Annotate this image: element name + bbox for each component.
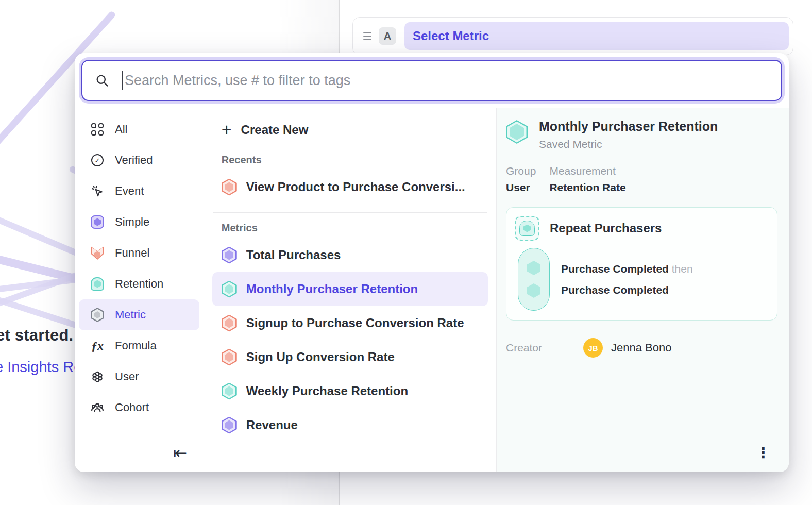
step-connector: then [672, 263, 693, 275]
metric-item-signup-to-purchase-conversion-rate[interactable]: Signup to Purchase Conversion Rate [212, 306, 488, 340]
collapse-sidebar-button[interactable]: ⇤ [173, 445, 187, 461]
sidebar-item-simple[interactable]: Simple [79, 207, 199, 238]
recent-item[interactable]: View Product to Purchase Conversi... [212, 170, 488, 204]
sidebar-item-retention[interactable]: Retention [79, 268, 199, 299]
measurement-meta: Measurement Retention Rate [549, 165, 625, 194]
search-wrap [75, 53, 789, 101]
formula-icon: ƒx [90, 339, 105, 353]
search-box[interactable] [81, 60, 782, 101]
sidebar-item-user[interactable]: User [79, 361, 199, 392]
simple-insight-icon [90, 215, 105, 229]
plus-icon: + [222, 121, 232, 138]
event-sequence-capsule-icon [518, 248, 550, 311]
metric-icon [222, 417, 237, 434]
page: et started. e Insights Re A Select Metri… [0, 0, 812, 505]
sidebar-item-event[interactable]: Event [79, 176, 199, 207]
preview-footer: ⋮ [497, 433, 789, 472]
user-cluster-icon [90, 369, 105, 384]
create-new-button[interactable]: + Create New [212, 115, 488, 145]
definition-header: Repeat Purchasers [515, 216, 769, 241]
metric-item-total-purchases[interactable]: Total Purchases [212, 238, 488, 272]
definition-card: Repeat Purchasers Purchase Completed the… [506, 207, 777, 321]
metric-picker-modal: All ✓ Verified Event [75, 53, 789, 472]
step-1-event: Purchase Completed [561, 263, 669, 275]
sidebar-item-metric[interactable]: Metric [79, 299, 199, 330]
preview-subtitle: Saved Metric [539, 138, 718, 150]
definition-body: Purchase Completed then Purchase Complet… [515, 248, 769, 311]
more-options-button[interactable]: ⋮ [756, 444, 770, 461]
category-sidebar: All ✓ Verified Event [75, 108, 204, 472]
group-label: Group [506, 165, 536, 177]
drag-handle-icon[interactable] [363, 32, 371, 40]
step-2-event: Purchase Completed [561, 284, 669, 296]
grid-icon [90, 122, 105, 137]
sidebar-item-verified[interactable]: ✓ Verified [79, 145, 199, 176]
group-meta: Group User [506, 165, 536, 194]
measurement-label: Measurement [549, 165, 625, 177]
sidebar-item-all[interactable]: All [79, 114, 199, 145]
modal-body: All ✓ Verified Event [75, 108, 789, 472]
sidebar-item-funnel[interactable]: Funnel [79, 238, 199, 268]
group-value: User [506, 181, 536, 194]
retention-icon [90, 277, 105, 291]
badge-check-icon: ✓ [90, 153, 105, 167]
metric-icon [222, 247, 237, 264]
search-input[interactable] [125, 73, 769, 89]
creator-name: Jenna Bono [611, 341, 671, 355]
sidebar-footer: ⇤ [75, 433, 204, 472]
sidebar-item-cohort[interactable]: Cohort [79, 392, 199, 423]
sidebar-item-formula[interactable]: ƒx Formula [79, 330, 199, 361]
funnel-metric-icon [222, 179, 237, 196]
metric-item-sign-up-conversion-rate[interactable]: Sign Up Conversion Rate [212, 340, 488, 374]
creator-avatar: JB [583, 338, 603, 358]
metric-icon [222, 281, 237, 298]
creator-row: Creator JB Jenna Bono [506, 338, 777, 358]
metric-type-icon [506, 120, 528, 144]
series-letter-badge: A [379, 27, 396, 45]
metric-item-revenue[interactable]: Revenue [212, 408, 488, 442]
metric-hexagon-icon [90, 308, 105, 322]
cursor-click-icon [90, 184, 105, 198]
select-metric-pill[interactable]: Select Metric [404, 22, 789, 50]
metric-preview-panel: Monthly Purchaser Retention Saved Metric… [497, 108, 789, 472]
preview-title: Monthly Purchaser Retention [539, 119, 718, 134]
recents-heading: Recents [222, 154, 488, 166]
preview-meta: Group User Measurement Retention Rate [506, 165, 777, 194]
cohort-people-icon [90, 400, 105, 415]
text-caret [122, 71, 123, 90]
definition-name: Repeat Purchasers [550, 221, 662, 235]
background-link-fragment[interactable]: e Insights Re [0, 359, 82, 376]
measurement-value: Retention Rate [549, 181, 625, 194]
creator-label: Creator [506, 342, 583, 354]
metric-slot-card: A Select Metric [352, 17, 793, 55]
background-heading-fragment: et started. [0, 326, 73, 345]
metric-icon [222, 315, 237, 332]
metrics-list-column: + Create New Recents View Product to Pur… [204, 108, 497, 472]
metric-icon [222, 383, 237, 400]
metric-item-weekly-purchase-retention[interactable]: Weekly Purchase Retention [212, 374, 488, 408]
metric-icon [222, 349, 237, 366]
preview-header: Monthly Purchaser Retention Saved Metric [506, 119, 777, 150]
funnel-icon [90, 246, 105, 260]
list-divider [213, 212, 487, 213]
retention-definition-icon [515, 216, 539, 241]
metric-item-monthly-purchaser-retention[interactable]: Monthly Purchaser Retention [212, 272, 488, 306]
search-icon [95, 73, 109, 88]
definition-steps: Purchase Completed then Purchase Complet… [561, 258, 693, 300]
metrics-heading: Metrics [222, 222, 488, 234]
